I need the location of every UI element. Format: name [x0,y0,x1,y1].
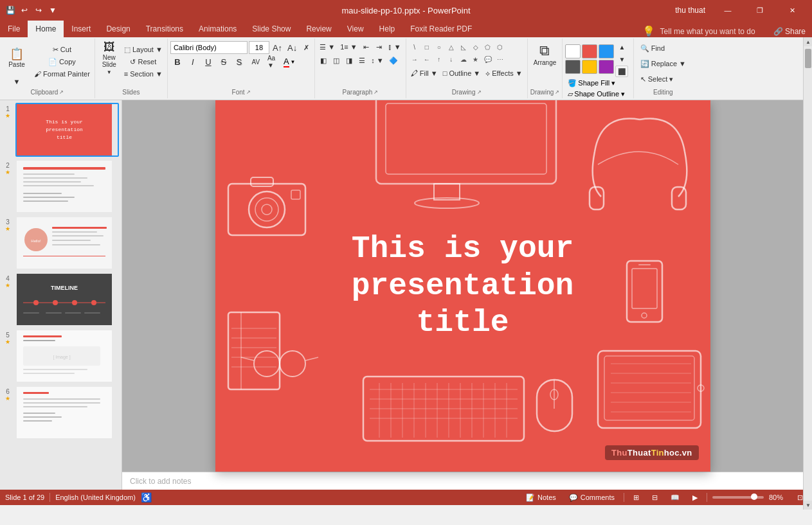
minimize-button[interactable]: — [713,0,743,21]
shape-outline-row[interactable]: ▱ Shape Outline ▾ [565,89,627,99]
font-expand[interactable]: ↗ [246,89,251,95]
shape-line[interactable]: \ [409,41,420,53]
slide-sorter-button[interactable]: ⊟ [648,491,662,504]
layout-button[interactable]: ⬚ Layout ▼ [122,44,165,55]
font-name-selector[interactable]: Calibri (Body) [170,41,248,54]
tab-foxit[interactable]: Foxit Reader PDF [402,21,480,37]
restore-button[interactable]: ❐ [745,0,775,21]
char-spacing-button[interactable]: AV [248,56,264,67]
justify-button[interactable]: ☰ [356,55,368,66]
shape-diamond[interactable]: ◇ [470,41,482,53]
share-button[interactable]: 🔗 Share [773,27,806,36]
tab-file[interactable]: File [0,21,28,37]
tell-me-text[interactable]: Tell me what you want to do [660,27,755,36]
italic-button[interactable]: I [186,56,200,67]
align-center-button[interactable]: ◫ [330,55,342,66]
shape-callout[interactable]: 💬 [482,53,494,65]
align-left-button[interactable]: ◧ [318,55,329,66]
undo-icon[interactable]: ↩ [19,5,30,15]
shape-arrow-r[interactable]: → [409,53,420,65]
styles-dropdown[interactable]: ▲ [615,41,628,53]
slide-thumb-3[interactable]: Hello! [15,216,119,270]
notes-input-area[interactable]: Click to add notes [122,472,803,490]
shape-fill-btn-inline[interactable]: 🖍 Fill ▼ [409,67,440,79]
bullets-button[interactable]: ☰ ▼ [318,41,337,53]
slide-item-5[interactable]: 5 ★ [ Image ] [3,329,119,383]
customize-qat-icon[interactable]: ▼ [48,5,58,15]
shape-rect[interactable]: □ [421,41,433,53]
accessibility-icon[interactable]: ♿ [141,492,152,503]
styles-dropdown2[interactable]: ▼ [615,53,628,65]
tab-view[interactable]: View [339,21,372,37]
change-case-button[interactable]: Aa ▼ [266,56,282,67]
strikethrough-button[interactable]: S [217,56,231,67]
align-right-button[interactable]: ◨ [343,55,355,66]
slide-thumb-6[interactable] [15,386,119,440]
shadow-button[interactable]: S [232,56,246,67]
style-swatch-6[interactable] [599,60,614,74]
increase-font-button[interactable]: A↑ [271,42,284,53]
slide-item-4[interactable]: 4 ★ TIMELINE [3,272,119,326]
clear-formatting-button[interactable]: ✗ [300,42,312,53]
numbering-button[interactable]: 1≡ ▼ [338,41,359,53]
shape-star[interactable]: ★ [470,53,482,65]
font-color-dropdown[interactable]: ▼ [291,59,296,65]
paragraph-expand[interactable]: ↗ [374,89,378,95]
reading-view-button[interactable]: 📖 [667,491,683,504]
slide-thumb-5[interactable]: [ Image ] [15,329,119,383]
comments-button[interactable]: 💬 Comments [565,491,618,504]
style-swatch-1[interactable] [565,44,581,58]
tab-animations[interactable]: Animations [191,21,244,37]
decrease-indent-button[interactable]: ⇤ [361,41,372,53]
tab-slideshow[interactable]: Slide Show [244,21,298,37]
slide-title[interactable]: This is your presentation title [352,231,574,342]
replace-button[interactable]: 🔄 Replace ▼ [636,57,690,71]
shape-arrow-d[interactable]: ↓ [446,53,457,65]
styles-more[interactable]: ⬛ [615,66,628,77]
zoom-slider[interactable] [712,496,764,499]
shape-pent[interactable]: ⬠ [482,41,494,53]
shape-tri[interactable]: △ [446,41,457,53]
tab-transitions[interactable]: Transitions [138,21,191,37]
columns-button[interactable]: ⫿ ▼ [386,41,403,53]
section-button[interactable]: ≡ Section ▼ [122,68,165,80]
main-slide-canvas[interactable]: This is your presentation title ThuThuat… [215,100,710,472]
slide-item-2[interactable]: 2 ★ [3,159,119,213]
clipboard-expand[interactable]: ↗ [59,89,64,95]
close-button[interactable]: ✕ [777,0,807,21]
select-button[interactable]: ↖ Select ▾ [636,72,678,86]
font-size-selector[interactable]: 18 [249,41,269,54]
slide-item-1[interactable]: 1 ★ This is your presentation title [3,103,119,157]
slide-thumb-1[interactable]: This is your presentation title [15,103,119,157]
shape-cloud[interactable]: ☁ [458,53,469,65]
cut-button[interactable]: ✂ Cut [32,44,92,55]
style-swatch-2[interactable] [582,44,597,58]
line-spacing-button[interactable]: ↕ ▼ [369,55,385,66]
arrange-button[interactable]: ⧉ Arrange [531,41,559,67]
tab-insert[interactable]: Insert [64,21,98,37]
style-swatch-5[interactable] [582,60,597,74]
slide-item-3[interactable]: 3 ★ Hello! [3,216,119,270]
increase-indent-button[interactable]: ⇥ [374,41,385,53]
tab-design[interactable]: Design [98,21,138,37]
save-icon[interactable]: 💾 [5,5,15,15]
tab-review[interactable]: Review [298,21,339,37]
tab-home[interactable]: Home [28,21,64,37]
redo-icon[interactable]: ↪ [33,5,44,15]
shape-fill-row[interactable]: 🪣 Shape Fill ▾ [565,78,618,88]
decrease-font-button[interactable]: A↓ [285,42,299,53]
bold-button[interactable]: B [170,56,185,67]
slide-thumb-2[interactable] [15,159,119,213]
style-swatch-3[interactable] [599,44,614,58]
underline-button[interactable]: U [201,56,215,67]
slide-panel-scroll[interactable]: 1 ★ This is your presentation title 2 ★ [0,100,122,490]
shape-hex[interactable]: ⬡ [494,41,506,53]
drawing-expand[interactable]: ↗ [477,89,482,95]
reset-button[interactable]: ↺ Reset [122,56,165,67]
shape-effects-btn-inline[interactable]: ⟡ Effects ▼ [483,67,524,79]
shape-arrow-u[interactable]: ↑ [433,53,445,65]
slideshow-button[interactable]: ▶ [689,491,701,504]
shape-rt-tri[interactable]: ◺ [458,41,469,53]
format-painter-button[interactable]: 🖌 Format Painter [32,68,92,80]
paste-button[interactable]: 📋 Paste [3,41,31,75]
